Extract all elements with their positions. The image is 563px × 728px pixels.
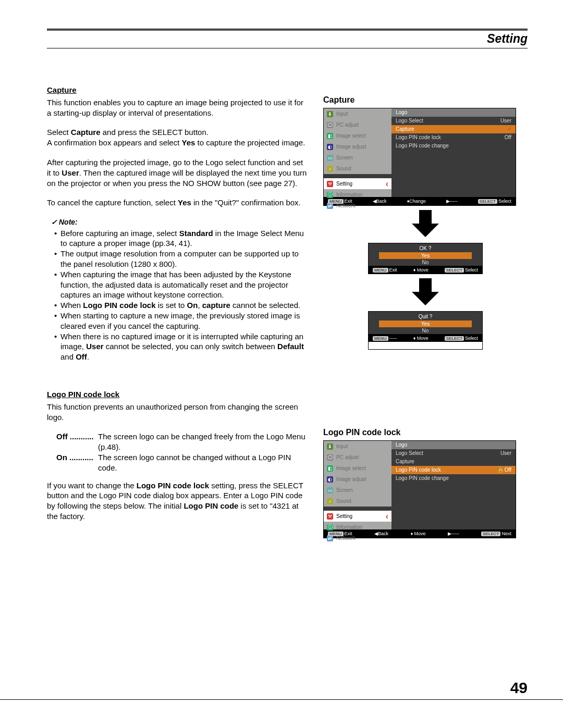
- row-label: Logo PIN code change: [396, 143, 449, 149]
- svg-marker-0: [412, 210, 439, 237]
- t: Before capturing an image, select: [60, 229, 179, 238]
- quit-yes: Yes: [379, 320, 472, 327]
- bar-move: Move: [414, 531, 426, 536]
- def-on: On ........... The screen logo cannot be…: [56, 452, 308, 473]
- bold: Logo PIN code: [183, 501, 238, 510]
- t: If you want to change the: [47, 481, 137, 490]
- menu-item: Image adjust: [336, 476, 366, 482]
- menu-item: Image select: [336, 465, 366, 471]
- note-list: Before capturing an image, select Standa…: [47, 228, 308, 362]
- bold: On: [187, 301, 198, 310]
- menu-item: PC adjust: [336, 122, 359, 128]
- menu-item: Information: [336, 192, 362, 198]
- bar-back: Back: [378, 531, 388, 536]
- logopin-heading: Logo PIN code lock: [47, 389, 308, 400]
- note-item: When capturing the image that has been a…: [60, 269, 308, 300]
- note-item: The output image resolution from a compu…: [60, 249, 308, 269]
- menu-item: Screen: [336, 155, 353, 161]
- t: to capture the projected image.: [195, 138, 305, 147]
- osd-logopin-title: Logo PIN code lock: [323, 428, 528, 437]
- bold: Default: [277, 342, 304, 351]
- t: and: [60, 352, 76, 361]
- t: Select: [47, 128, 71, 137]
- t: in the "Quit?" confirmation box.: [191, 198, 301, 207]
- menu-item: Image select: [336, 133, 366, 139]
- note-item: When there is no captured image or it is…: [60, 331, 308, 362]
- logopin-p2: If you want to change the Logo PIN code …: [47, 480, 308, 522]
- menu-item: Sound: [336, 498, 351, 504]
- t: A confirmation box appears and select: [47, 138, 182, 147]
- arrow-down-icon: [323, 278, 528, 307]
- capture-heading: Capture: [47, 85, 308, 95]
- row-value: Off: [505, 134, 511, 141]
- bold: User: [62, 168, 79, 177]
- bar-exit: Exit: [389, 267, 397, 273]
- bold: Logo PIN code lock: [137, 481, 209, 490]
- content: Capture This function enables you to cap…: [47, 85, 528, 538]
- note-item: When starting to capture a new image, th…: [60, 311, 308, 331]
- t: To cancel the capture function, select: [47, 198, 178, 207]
- t: When: [60, 301, 83, 310]
- capture-p4: After capturing the projected image, go …: [47, 157, 308, 188]
- bold: User: [86, 342, 103, 351]
- page-title: Setting: [47, 32, 528, 48]
- osd-left-menu: ⬇Input 🖵PC adjust ◧Image select ◐Image a…: [324, 108, 391, 197]
- bold: Standard: [179, 229, 213, 238]
- bar-dash: -----: [389, 336, 397, 341]
- progress-bar: [369, 342, 482, 349]
- t: ,: [198, 301, 202, 310]
- osd-right-panel: Logo Logo SelectUser Capture Logo PIN co…: [391, 441, 516, 529]
- bar-select: Select: [465, 336, 478, 341]
- arrow-down-icon: [323, 210, 528, 239]
- bold: Off: [76, 352, 87, 361]
- row-label: Logo Select: [396, 118, 423, 124]
- t: . Then the captured image will be displa…: [47, 168, 307, 188]
- bar-change: Change: [409, 199, 426, 204]
- osd-left-menu: ⬇Input 🖵PC adjust ◧Image select ◐Image a…: [324, 441, 391, 529]
- under-rule: [47, 48, 528, 48]
- bar-exit: Exit: [345, 531, 352, 536]
- row-label: Capture: [396, 459, 414, 465]
- note-item: When Logo PIN code lock is set to On, ca…: [60, 300, 308, 311]
- logopin-p1: This function prevents an unauthorized p…: [47, 402, 308, 423]
- menu-item-selected: Setting: [336, 181, 352, 187]
- t: cannot be selected, you can only switch …: [104, 342, 278, 351]
- row-label: Logo PIN code change: [396, 475, 449, 482]
- bar-move: Move: [417, 336, 429, 341]
- menu-item: PC adjust: [336, 454, 359, 460]
- t: cannot be selected.: [230, 301, 300, 310]
- definitions: Off ........... The screen logo can be c…: [56, 431, 308, 473]
- menu-item: Screen: [336, 487, 353, 493]
- ok-question: OK ?: [369, 243, 482, 252]
- def-off: Off ........... The screen logo can be c…: [56, 431, 308, 452]
- svg-marker-1: [412, 278, 439, 305]
- row-value: Off: [505, 467, 511, 473]
- bold: Logo PIN code lock: [83, 301, 155, 310]
- right-column: Capture ⬇Input 🖵PC adjust ◧Image select …: [323, 85, 528, 538]
- t: .: [87, 352, 89, 361]
- desc: The screen logo cannot be changed withou…: [98, 452, 308, 473]
- bar-back: Back: [376, 199, 387, 204]
- term: Off: [56, 432, 68, 441]
- bar-select: Select: [498, 199, 511, 204]
- osd-header: Logo: [391, 441, 516, 449]
- row-value: User: [500, 118, 511, 124]
- menu-item: Input: [336, 443, 348, 449]
- osd-quit-box: Quit ? Yes No MENU----- ♦ Move SELECTSel…: [368, 311, 483, 350]
- bar-dash: -----: [450, 199, 458, 204]
- osd-ok-box: OK ? Yes No MENUExit ♦ Move SELECTSelect: [368, 243, 483, 274]
- bold: Yes: [178, 198, 191, 207]
- quit-no: No: [369, 327, 482, 334]
- note-item: Before capturing an image, select Standa…: [60, 228, 308, 249]
- t: is set to: [156, 301, 187, 310]
- osd-capture: ⬇Input 🖵PC adjust ◧Image select ◐Image a…: [323, 108, 516, 206]
- menu-item-selected: Setting: [336, 513, 352, 519]
- note-heading: Note:: [51, 217, 308, 227]
- row-label: Logo PIN code lock: [396, 134, 441, 141]
- bottom-rule: [0, 699, 563, 700]
- row-label: Capture: [396, 126, 414, 132]
- page-number: 49: [510, 679, 528, 697]
- osd-capture-title: Capture: [323, 95, 528, 105]
- quit-question: Quit ?: [369, 312, 482, 320]
- osd-header: Logo: [391, 108, 516, 117]
